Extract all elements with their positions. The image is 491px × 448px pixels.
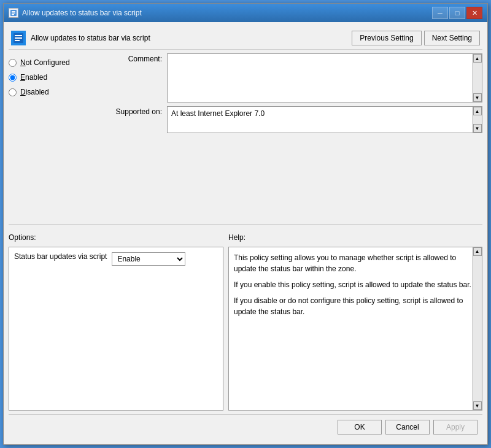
svg-rect-6 [15,37,22,39]
supported-container: At least Internet Explorer 7.0 ▲ ▼ [167,106,482,133]
radio-disabled-label: Disabled [20,88,49,96]
supported-text: At least Internet Explorer 7.0 [168,107,482,120]
help-scroll-track [473,256,482,402]
main-window: Allow updates to status bar via script ─… [3,3,488,445]
left-panel: Not Configured Enabled Disabled [9,53,107,218]
title-bar-controls: ─ □ ✕ [432,7,482,19]
radio-not-configured-label: Not Configured [20,58,70,67]
svg-rect-7 [15,40,20,41]
divider [9,224,482,225]
sup-scroll-up[interactable]: ▲ [473,107,482,115]
title-bar-text: Allow updates to status bar via script [22,9,142,17]
help-scroll-down[interactable]: ▼ [473,401,482,410]
next-setting-button[interactable]: Next Setting [424,31,480,45]
sup-scroll-track [473,115,482,124]
footer: OK Cancel Apply [9,414,482,439]
close-button[interactable]: ✕ [466,7,482,19]
help-content: This policy setting allows you to manage… [229,247,482,411]
previous-setting-button[interactable]: Previous Setting [352,31,421,45]
minimize-button[interactable]: ─ [432,7,448,19]
comment-textarea-container: ▲ ▼ [167,53,482,102]
right-panel: Comment: ▲ ▼ Supported on: At least [107,53,482,218]
header-title: Allow updates to status bar via script [31,34,150,42]
cancel-button[interactable]: Cancel [385,420,430,434]
columns-labels: Options: Help: [9,231,482,243]
status-bar-label: Status bar updates via script [14,252,107,261]
comment-textarea[interactable] [168,54,472,102]
scroll-track [473,63,482,93]
help-scrollbar: ▲ ▼ [472,247,482,411]
supported-label: Supported on: [107,106,162,116]
svg-rect-1 [12,11,15,12]
apply-button[interactable]: Apply [433,420,477,434]
content-area: Allow updates to status bar via script P… [4,22,487,444]
maximize-button[interactable]: □ [449,7,465,19]
title-bar: Allow updates to status bar via script ─… [4,4,487,22]
svg-rect-3 [12,14,14,15]
help-scroll-up[interactable]: ▲ [473,247,482,256]
help-paragraph-2: If you enable this policy setting, scrip… [234,279,477,290]
svg-rect-5 [15,35,22,36]
ok-button[interactable]: OK [338,420,382,434]
radio-disabled-input[interactable] [9,88,17,96]
radio-enabled-label: Enabled [20,73,47,82]
columns-content: Status bar updates via script Enable Dis… [9,247,482,411]
header-left: Allow updates to status bar via script [11,31,150,45]
supported-scrollbar: ▲ ▼ [472,107,482,133]
policy-icon [11,31,26,45]
help-header: Help: [228,233,482,242]
radio-not-configured[interactable]: Not Configured [9,58,107,67]
sup-scroll-down[interactable]: ▼ [473,124,482,133]
main-section: Not Configured Enabled Disabled Comm [9,53,482,218]
title-bar-left: Allow updates to status bar via script [9,8,142,18]
svg-rect-2 [12,13,15,14]
supported-row: Supported on: At least Internet Explorer… [107,106,482,133]
comment-row: Comment: ▲ ▼ [107,53,482,102]
status-bar-dropdown[interactable]: Enable Disable [112,252,185,266]
options-panel: Status bar updates via script Enable Dis… [9,247,223,411]
comment-label: Comment: [107,53,162,63]
radio-not-configured-input[interactable] [9,59,17,67]
options-header: Options: [9,233,223,242]
scroll-up-arrow[interactable]: ▲ [473,54,482,63]
radio-enabled[interactable]: Enabled [9,73,107,82]
radio-disabled[interactable]: Disabled [9,88,107,96]
options-content: Status bar updates via script Enable Dis… [9,247,223,411]
help-paragraph-1: This policy setting allows you to manage… [234,252,477,274]
help-paragraph-3: If you disable or do not configure this … [234,295,477,317]
help-panel: This policy setting allows you to manage… [228,247,482,411]
app-icon [9,8,18,18]
radio-group: Not Configured Enabled Disabled [9,56,107,99]
radio-enabled-input[interactable] [9,74,17,82]
header-section: Allow updates to status bar via script P… [9,27,482,50]
header-buttons: Previous Setting Next Setting [352,31,480,45]
scroll-down-arrow[interactable]: ▼ [473,93,482,102]
comment-scrollbar: ▲ ▼ [472,54,482,102]
